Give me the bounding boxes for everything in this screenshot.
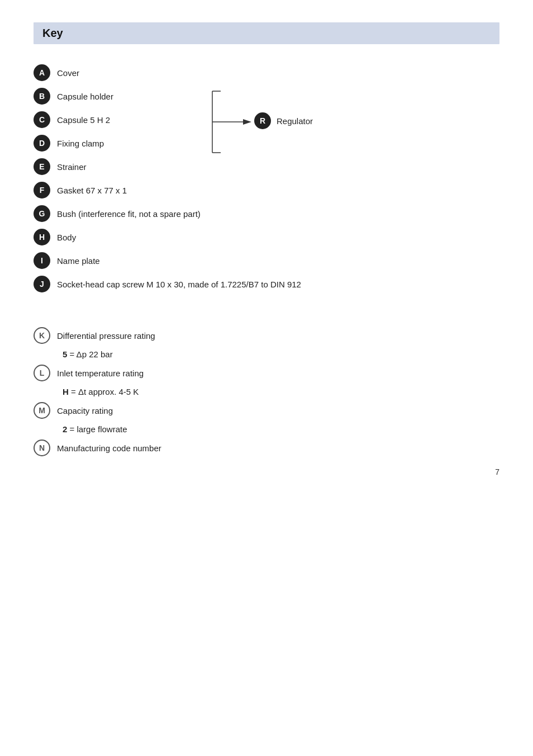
badge-g: G (34, 205, 50, 222)
sub-item-k-value: = Δp 22 bar (70, 349, 113, 359)
item-d-label: Fixing clamp (57, 139, 104, 148)
list-item: A Cover (34, 61, 499, 84)
badge-e: E (34, 158, 50, 175)
item-n-label: Manufacturing code number (57, 443, 161, 453)
list-item: K Differential pressure rating (34, 324, 499, 347)
list-item: F Gasket 67 x 77 x 1 (34, 178, 499, 202)
sub-item-m-value: = large flowrate (70, 424, 127, 434)
sub-item-l-text: H (63, 387, 69, 396)
badge-b: B (34, 88, 50, 105)
item-k-label: Differential pressure rating (57, 331, 155, 341)
item-e-label: Strainer (57, 162, 87, 172)
item-g-label: Bush (interference fit, not a spare part… (57, 209, 201, 219)
badge-n: N (34, 440, 50, 456)
list-item: M Capacity rating (34, 399, 499, 422)
items-section: A Cover B Capsule holder C Capsule 5 H 2… (34, 61, 499, 296)
item-b-label: Capsule holder (57, 92, 113, 101)
badge-j: J (34, 276, 50, 292)
badge-h: H (34, 229, 50, 245)
sub-item-m: 2 = large flowrate (34, 422, 499, 436)
regulator-item: R Regulator (254, 112, 313, 129)
sub-item-m-text: 2 (63, 424, 67, 434)
item-f-label: Gasket 67 x 77 x 1 (57, 186, 127, 195)
item-h-label: Body (57, 233, 76, 242)
item-j-label: Socket-head cap screw M 10 x 30, made of… (57, 280, 301, 289)
badge-f: F (34, 182, 50, 199)
list-item: J Socket-head cap screw M 10 x 30, made … (34, 272, 499, 296)
badge-l: L (34, 365, 50, 381)
page-number: 7 (495, 467, 499, 476)
sub-item-k: 5 = Δp 22 bar (34, 347, 499, 361)
sub-item-l-value: = Δt approx. 4-5 K (71, 387, 139, 396)
item-l-label: Inlet temperature rating (57, 368, 144, 378)
list-item: I Name plate (34, 249, 499, 272)
badge-c: C (34, 111, 50, 128)
page: Key A Cover B Capsule holder C Capsule 5… (0, 0, 533, 493)
badge-i: I (34, 252, 50, 269)
list-item: H Body (34, 225, 499, 249)
item-i-label: Name plate (57, 256, 100, 266)
badge-d: D (34, 135, 50, 152)
ratings-section: K Differential pressure rating 5 = Δp 22… (34, 324, 499, 460)
item-a-label: Cover (57, 68, 79, 78)
list-item: E Strainer (34, 155, 499, 178)
badge-m: M (34, 402, 50, 419)
list-item: G Bush (interference fit, not a spare pa… (34, 202, 499, 225)
sub-item-l: H = Δt approx. 4-5 K (34, 385, 499, 399)
sub-item-k-text: 5 (63, 349, 67, 359)
item-c-label: Capsule 5 H 2 (57, 115, 110, 125)
item-m-label: Capacity rating (57, 406, 113, 415)
badge-k: K (34, 327, 50, 344)
list-item: B Capsule holder (34, 84, 499, 108)
list-item: N Manufacturing code number (34, 436, 499, 460)
list-item: L Inlet temperature rating (34, 361, 499, 385)
page-title: Key (42, 27, 491, 40)
regulator-label: Regulator (277, 116, 313, 126)
bracket-group: B Capsule holder C Capsule 5 H 2 D Fixin… (34, 84, 499, 155)
key-header: Key (34, 22, 499, 44)
list-item: D Fixing clamp (34, 131, 499, 155)
badge-a: A (34, 64, 50, 81)
badge-r: R (254, 112, 271, 129)
